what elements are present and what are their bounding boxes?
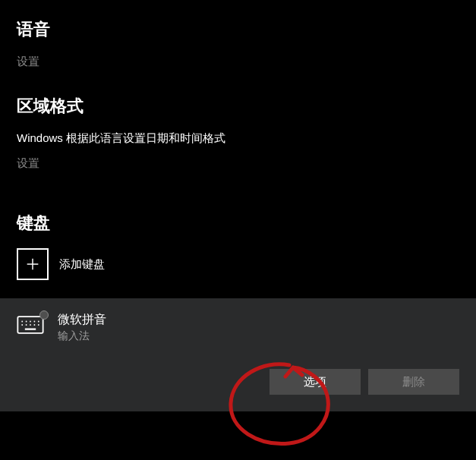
ime-item[interactable]: 微软拼音 输入法 选项 删除 (0, 298, 476, 411)
ime-subtitle: 输入法 (58, 329, 106, 343)
svg-point-6 (34, 321, 36, 323)
region-format-heading: 区域格式 (17, 95, 459, 118)
svg-point-12 (38, 324, 39, 326)
speech-heading: 语音 (17, 18, 459, 41)
ime-name: 微软拼音 (58, 312, 106, 328)
svg-rect-13 (25, 329, 36, 330)
region-format-settings-link[interactable]: 设置 (17, 156, 39, 171)
status-dot-icon (39, 310, 49, 320)
svg-point-7 (38, 321, 39, 323)
svg-point-9 (26, 324, 27, 326)
svg-point-5 (30, 321, 31, 323)
svg-point-10 (30, 324, 31, 326)
svg-point-3 (21, 321, 23, 323)
keyboard-icon (17, 315, 46, 338)
add-keyboard-label: 添加键盘 (59, 257, 105, 272)
remove-button[interactable]: 删除 (368, 369, 459, 395)
options-button[interactable]: 选项 (270, 369, 361, 395)
add-keyboard-button[interactable]: 添加键盘 (17, 248, 459, 280)
svg-point-4 (26, 321, 27, 323)
svg-point-8 (21, 324, 23, 326)
svg-point-11 (34, 324, 36, 326)
region-format-description: Windows 根据此语言设置日期和时间格式 (17, 131, 459, 146)
plus-icon (17, 248, 49, 280)
keyboard-heading: 键盘 (17, 212, 459, 235)
speech-settings-link[interactable]: 设置 (17, 55, 39, 69)
